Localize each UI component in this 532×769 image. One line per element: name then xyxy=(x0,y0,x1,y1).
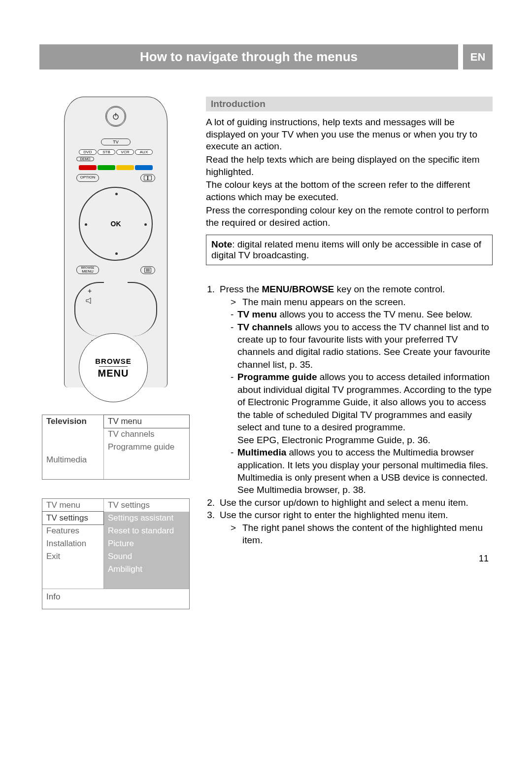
menu-button-callout: BROWSE MENU xyxy=(79,333,148,402)
osd1-right-programmeguide: Programme guide xyxy=(104,441,189,454)
source-vcr: VCR xyxy=(116,149,134,155)
colour-key-red xyxy=(79,165,97,170)
ok-button: OK xyxy=(111,220,121,228)
speaker-icon xyxy=(86,298,94,304)
option-button: OPTION xyxy=(76,174,99,182)
osd1-right-tvmenu: TV menu xyxy=(103,415,190,428)
navigation-ring: OK xyxy=(79,187,153,261)
osd2-right-picture: Picture xyxy=(104,537,189,550)
step-list: 1. Press the MENU/BROWSE key on the remo… xyxy=(206,283,493,547)
osd2-right-ambilight: Ambilight xyxy=(104,563,189,576)
osd2-right-sound: Sound xyxy=(104,550,189,563)
osd2-left-features: Features xyxy=(42,524,103,537)
osd2-right-settingsassistant: Settings assistant xyxy=(104,512,189,524)
demo-button: DEMO xyxy=(76,157,94,161)
introduction-text: A lot of guiding instructions, help text… xyxy=(206,116,493,229)
osd2-right-header: TV settings xyxy=(104,499,189,512)
colour-key-green xyxy=(98,165,115,170)
note-box: Note: digital related menu items will on… xyxy=(206,235,493,265)
introduction-heading: Introduction xyxy=(206,97,493,111)
tv-menu-osd: TV menu TV settings Features Installatio… xyxy=(42,498,190,609)
osd2-left-header: TV menu xyxy=(42,499,103,512)
channel-rocker xyxy=(128,282,157,336)
osd1-right-tvchannels: TV channels xyxy=(104,428,189,441)
page-header: How to navigate through the menus EN xyxy=(39,44,493,70)
page-title: How to navigate through the menus xyxy=(39,44,458,70)
menu-browse-button: BROWSE MENU xyxy=(76,266,99,274)
main-menu-osd: Television Multimedia TV menu TV channel… xyxy=(42,415,190,480)
language-badge: EN xyxy=(463,44,493,70)
colour-key-blue xyxy=(135,165,153,170)
source-stb: STB xyxy=(98,149,115,155)
osd1-left-television: Television xyxy=(42,415,103,428)
osd1-left-multimedia: Multimedia xyxy=(42,454,103,466)
tv-button: TV xyxy=(101,139,131,145)
osd2-left-tvsettings: TV settings xyxy=(42,511,104,525)
teletext-icon xyxy=(140,266,155,274)
osd2-left-exit: Exit xyxy=(42,550,103,563)
dual-screen-icon xyxy=(140,174,155,182)
source-dvd: DVD xyxy=(79,149,97,155)
colour-key-yellow xyxy=(116,165,134,170)
source-aux: AUX xyxy=(135,149,153,155)
osd2-left-installation: Installation xyxy=(42,537,103,550)
power-icon xyxy=(105,106,126,127)
colour-keys xyxy=(69,165,162,170)
osd2-info-label: Info xyxy=(42,589,189,609)
page-number: 11 xyxy=(206,554,493,564)
svg-marker-8 xyxy=(86,298,91,304)
osd2-right-reset: Reset to standard xyxy=(104,524,189,537)
volume-rocker: + xyxy=(74,282,104,336)
